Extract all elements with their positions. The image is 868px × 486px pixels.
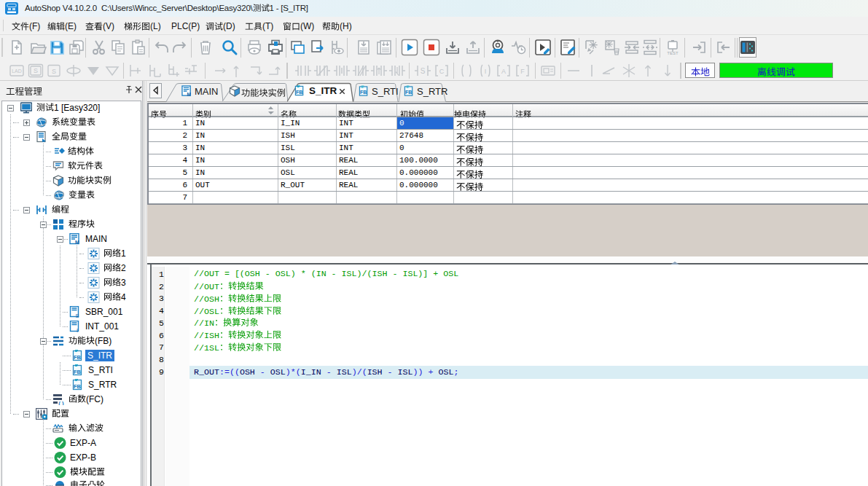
svg-text:I: I <box>77 327 78 333</box>
svg-text:FB: FB <box>74 369 82 375</box>
svg-text:S: S <box>421 67 426 75</box>
svg-text:FB: FB <box>405 90 412 95</box>
svg-text:FB: FB <box>74 354 82 361</box>
svg-text:A: A <box>501 68 506 75</box>
svg-text:FB: FB <box>296 90 302 95</box>
svg-text:S: S <box>75 313 79 318</box>
svg-text:FB: FB <box>360 90 367 95</box>
svg-text:FB: FB <box>74 383 82 390</box>
svg-text:I: I <box>485 68 487 75</box>
svg-text:S: S <box>52 68 56 75</box>
svg-text:M: M <box>75 240 79 245</box>
svg-text:C: C <box>439 68 445 75</box>
svg-text:( ): ( ) <box>58 400 64 405</box>
svg-text:LAD: LAD <box>12 68 22 74</box>
svg-text:M: M <box>187 92 192 97</box>
svg-text:S: S <box>34 67 38 74</box>
svg-text:TEST: TEST <box>667 51 679 55</box>
svg-text:F: F <box>520 68 525 75</box>
